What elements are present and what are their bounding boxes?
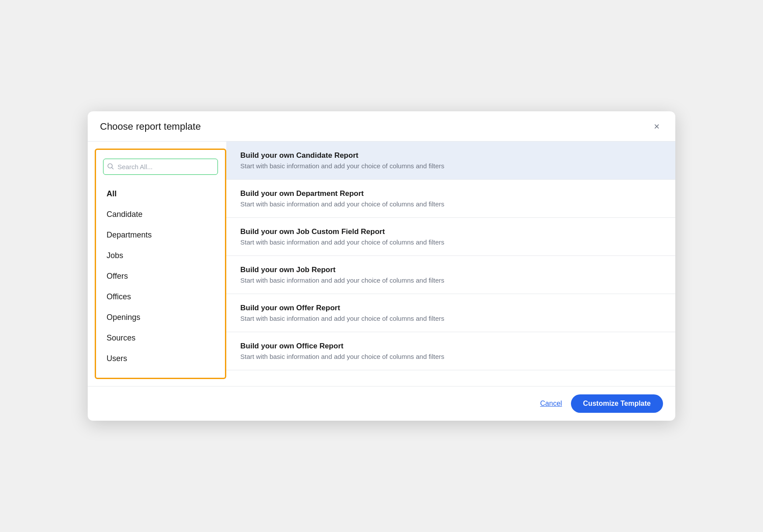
report-item-title: Build your own Job Custom Field Report	[240, 227, 661, 236]
content-area: Build your own Candidate ReportStart wit…	[226, 142, 675, 386]
sidebar: AllCandidateDepartmentsJobsOffersOffices…	[95, 149, 226, 379]
report-item[interactable]: Build your own Job ReportStart with basi…	[226, 256, 675, 294]
nav-item-openings[interactable]: Openings	[103, 307, 218, 328]
nav-item-offers[interactable]: Offers	[103, 266, 218, 287]
report-item-description: Start with basic information and add you…	[240, 162, 661, 170]
report-item-description: Start with basic information and add you…	[240, 315, 661, 322]
report-item-description: Start with basic information and add you…	[240, 277, 661, 284]
report-item-description: Start with basic information and add you…	[240, 353, 661, 360]
report-item[interactable]: Build your own Job Custom Field ReportSt…	[226, 218, 675, 256]
close-button[interactable]: ×	[650, 120, 663, 133]
report-item-description: Start with basic information and add you…	[240, 200, 661, 208]
svg-line-1	[112, 167, 114, 169]
report-item-title: Build your own Office Report	[240, 342, 661, 351]
search-container	[103, 159, 218, 175]
nav-item-jobs[interactable]: Jobs	[103, 245, 218, 266]
cancel-button[interactable]: Cancel	[540, 400, 562, 408]
report-item-title: Build your own Candidate Report	[240, 151, 661, 160]
report-item[interactable]: Build your own Department ReportStart wi…	[226, 180, 675, 218]
report-item[interactable]: Build your own Offer ReportStart with ba…	[226, 294, 675, 332]
report-item-title: Build your own Offer Report	[240, 304, 661, 312]
nav-item-departments[interactable]: Departments	[103, 225, 218, 245]
customize-button[interactable]: Customize Template	[571, 394, 663, 413]
modal-footer: Cancel Customize Template	[88, 386, 675, 421]
report-item[interactable]: Build your own Office ReportStart with b…	[226, 332, 675, 370]
report-item-title: Build your own Department Report	[240, 189, 661, 198]
report-item-title: Build your own Job Report	[240, 266, 661, 274]
search-icon	[107, 163, 114, 170]
modal-header: Choose report template ×	[88, 111, 675, 142]
search-input[interactable]	[103, 159, 218, 175]
nav-item-offices[interactable]: Offices	[103, 287, 218, 307]
nav-item-sources[interactable]: Sources	[103, 328, 218, 348]
report-item[interactable]: Build your own Candidate ReportStart wit…	[226, 142, 675, 180]
report-item-description: Start with basic information and add you…	[240, 238, 661, 246]
nav-list: AllCandidateDepartmentsJobsOffersOffices…	[103, 184, 218, 369]
modal-title: Choose report template	[100, 121, 201, 132]
nav-item-users[interactable]: Users	[103, 348, 218, 369]
nav-item-all[interactable]: All	[103, 184, 218, 204]
modal-body: AllCandidateDepartmentsJobsOffersOffices…	[88, 142, 675, 386]
nav-item-candidate[interactable]: Candidate	[103, 204, 218, 225]
modal: Choose report template × AllCandidateDep…	[88, 111, 675, 421]
